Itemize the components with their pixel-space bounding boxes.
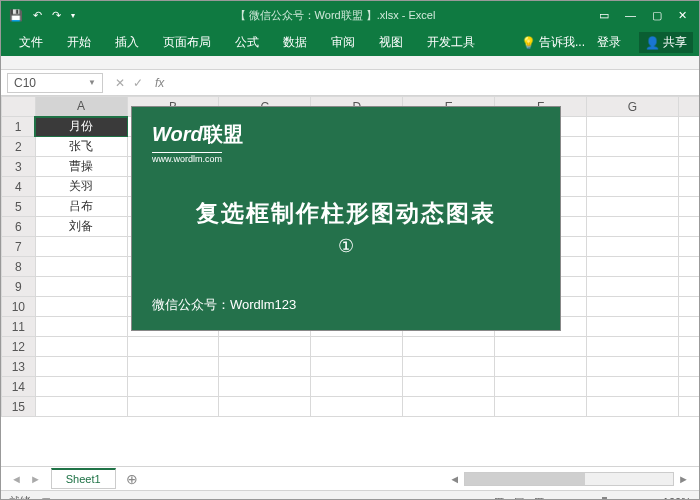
cell[interactable] <box>678 297 699 317</box>
cell[interactable] <box>678 397 699 417</box>
cell[interactable] <box>587 177 679 197</box>
cell[interactable] <box>678 117 699 137</box>
cell[interactable] <box>35 317 127 337</box>
cell[interactable] <box>219 397 311 417</box>
cell[interactable] <box>35 257 127 277</box>
row-header[interactable]: 1 <box>2 117 36 137</box>
scroll-left-icon[interactable]: ◄ <box>445 473 464 485</box>
tab-file[interactable]: 文件 <box>7 29 55 56</box>
tab-data[interactable]: 数据 <box>271 29 319 56</box>
cell[interactable] <box>495 357 587 377</box>
cell[interactable] <box>587 237 679 257</box>
enter-icon[interactable]: ✓ <box>133 76 143 90</box>
maximize-icon[interactable]: ▢ <box>652 9 662 22</box>
cell[interactable] <box>35 377 127 397</box>
cell[interactable] <box>587 357 679 377</box>
tab-home[interactable]: 开始 <box>55 29 103 56</box>
share-button[interactable]: 👤共享 <box>639 32 693 53</box>
cell[interactable] <box>587 297 679 317</box>
close-icon[interactable]: ✕ <box>678 9 687 22</box>
spreadsheet-grid[interactable]: A B C D E F G H 1月份 2张飞 3曹操 4关羽 5吕布 6刘备 … <box>1 96 699 466</box>
cell[interactable] <box>678 317 699 337</box>
cell[interactable] <box>587 377 679 397</box>
row-header[interactable]: 9 <box>2 277 36 297</box>
cell-A5[interactable]: 吕布 <box>35 197 127 217</box>
cell[interactable] <box>587 337 679 357</box>
cell[interactable] <box>311 377 403 397</box>
cell[interactable] <box>403 337 495 357</box>
cell[interactable] <box>219 377 311 397</box>
normal-view-icon[interactable]: ▦ <box>494 495 504 500</box>
row-header[interactable]: 3 <box>2 157 36 177</box>
zoom-out-icon[interactable]: − <box>552 496 558 501</box>
cell[interactable] <box>219 357 311 377</box>
tab-layout[interactable]: 页面布局 <box>151 29 223 56</box>
cell[interactable] <box>35 397 127 417</box>
sheet-prev-icon[interactable]: ◄ <box>11 473 22 485</box>
cell[interactable] <box>127 357 219 377</box>
formula-input[interactable] <box>170 73 699 93</box>
cell[interactable] <box>678 157 699 177</box>
undo-icon[interactable]: ↶ <box>33 9 42 22</box>
col-header-A[interactable]: A <box>35 97 127 117</box>
cell[interactable] <box>127 337 219 357</box>
cell[interactable] <box>403 397 495 417</box>
row-header[interactable]: 5 <box>2 197 36 217</box>
cell[interactable] <box>35 337 127 357</box>
sheet-tab[interactable]: Sheet1 <box>51 468 116 489</box>
cell[interactable] <box>403 357 495 377</box>
cell[interactable] <box>678 357 699 377</box>
redo-icon[interactable]: ↷ <box>52 9 61 22</box>
cell[interactable] <box>35 237 127 257</box>
login-button[interactable]: 登录 <box>585 29 633 56</box>
tab-developer[interactable]: 开发工具 <box>415 29 487 56</box>
tab-formulas[interactable]: 公式 <box>223 29 271 56</box>
row-header[interactable]: 12 <box>2 337 36 357</box>
cell[interactable] <box>35 277 127 297</box>
cell-A6[interactable]: 刘备 <box>35 217 127 237</box>
cell[interactable] <box>678 237 699 257</box>
row-header[interactable]: 8 <box>2 257 36 277</box>
cell[interactable] <box>587 157 679 177</box>
scroll-thumb[interactable] <box>465 473 585 485</box>
add-sheet-icon[interactable]: ⊕ <box>116 471 148 487</box>
row-header[interactable]: 13 <box>2 357 36 377</box>
cell[interactable] <box>678 377 699 397</box>
row-header[interactable]: 11 <box>2 317 36 337</box>
sheet-next-icon[interactable]: ► <box>30 473 41 485</box>
cell[interactable] <box>219 337 311 357</box>
row-header[interactable]: 10 <box>2 297 36 317</box>
col-header-H[interactable]: H <box>678 97 699 117</box>
cell[interactable] <box>311 357 403 377</box>
cancel-icon[interactable]: ✕ <box>115 76 125 90</box>
select-all-corner[interactable] <box>2 97 36 117</box>
cell[interactable] <box>495 337 587 357</box>
cell[interactable] <box>403 377 495 397</box>
cell[interactable] <box>678 277 699 297</box>
tab-insert[interactable]: 插入 <box>103 29 151 56</box>
save-icon[interactable]: 💾 <box>9 9 23 22</box>
zoom-thumb[interactable] <box>602 497 607 501</box>
cell[interactable] <box>127 397 219 417</box>
cell[interactable] <box>127 377 219 397</box>
cell[interactable] <box>495 377 587 397</box>
cell[interactable] <box>587 277 679 297</box>
scroll-right-icon[interactable]: ► <box>674 473 693 485</box>
scroll-track[interactable] <box>464 472 674 486</box>
ribbon-options-icon[interactable]: ▭ <box>599 9 609 22</box>
zoom-level[interactable]: 100% <box>663 496 691 501</box>
cell[interactable] <box>587 317 679 337</box>
cell[interactable] <box>587 197 679 217</box>
tab-view[interactable]: 视图 <box>367 29 415 56</box>
row-header[interactable]: 4 <box>2 177 36 197</box>
cell[interactable] <box>678 137 699 157</box>
row-header[interactable]: 14 <box>2 377 36 397</box>
cell[interactable] <box>587 137 679 157</box>
macro-record-icon[interactable]: ▢ <box>41 495 51 500</box>
page-layout-icon[interactable]: ▤ <box>514 495 524 500</box>
cell[interactable] <box>678 217 699 237</box>
cell[interactable] <box>587 217 679 237</box>
cell[interactable] <box>678 177 699 197</box>
row-header[interactable]: 7 <box>2 237 36 257</box>
cell[interactable] <box>495 397 587 417</box>
